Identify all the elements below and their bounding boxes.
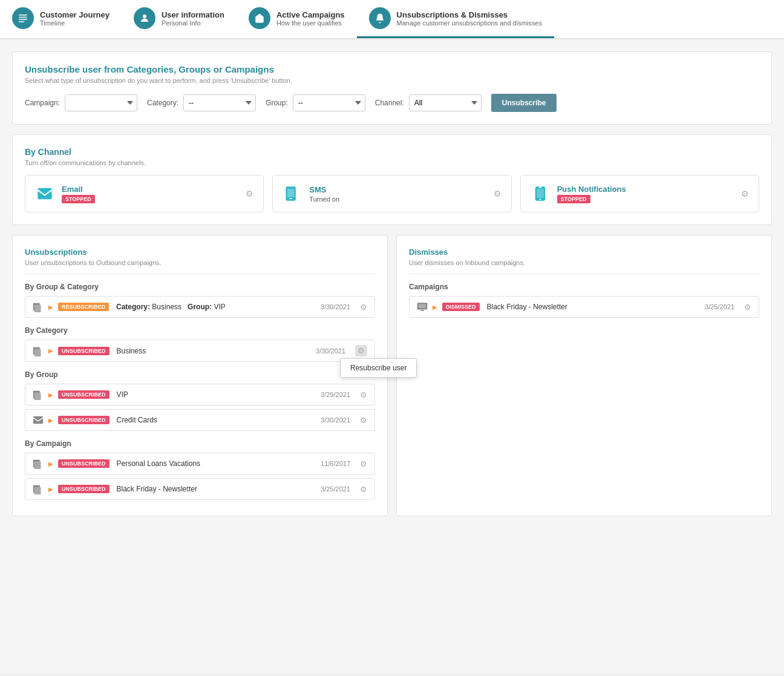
two-col-section: Unsubscriptions User unsubscriptions to … bbox=[12, 235, 772, 526]
email-small-icon bbox=[33, 415, 44, 425]
dismiss-gear-button[interactable]: ⚙ bbox=[744, 303, 751, 312]
bfn-gear-button[interactable]: ⚙ bbox=[360, 485, 367, 494]
dismissed-badge: DISMISSED bbox=[442, 303, 480, 311]
sms-gear-button[interactable]: ⚙ bbox=[494, 189, 501, 199]
sms-icon bbox=[283, 184, 302, 203]
cc-gear-button[interactable]: ⚙ bbox=[360, 416, 367, 425]
business-detail: Business bbox=[117, 347, 146, 355]
cc-detail: Credit Cards bbox=[117, 416, 157, 424]
unsubscribed-badge-bfn: UNSUBSCRIBED bbox=[58, 485, 109, 493]
userinfo-tab-icon bbox=[134, 7, 155, 29]
category-detail: Category: Business Group: VIP bbox=[116, 303, 226, 311]
item-gear-button[interactable]: ⚙ bbox=[360, 303, 367, 312]
multi-channel-icon-4 bbox=[33, 458, 44, 469]
svg-rect-16 bbox=[34, 349, 41, 356]
bfn-detail: Black Friday - Newsletter bbox=[117, 485, 197, 493]
sms-status: Turned on bbox=[309, 195, 339, 203]
unsub-tab-icon bbox=[369, 7, 391, 29]
group-label: Group: bbox=[266, 99, 288, 107]
tab-userinfo-sub: Personal Info bbox=[162, 19, 224, 27]
tab-campaigns[interactable]: Active Campaigns How the user qualifies bbox=[237, 0, 357, 38]
unsubscribe-sub: Select what type of unsubscription do yo… bbox=[25, 77, 759, 84]
filter-campaign: Campaign: bbox=[25, 94, 137, 111]
category-gear-button[interactable]: ⚙ bbox=[355, 345, 367, 356]
arrow-icon-6: ▶ bbox=[48, 486, 53, 493]
by-channel-card: By Channel Turn off/on communications by… bbox=[12, 134, 772, 225]
filter-group: Group: -- bbox=[266, 94, 365, 111]
email-icon bbox=[35, 184, 54, 203]
channel-card-email: Email STOPPED ⚙ bbox=[25, 175, 264, 212]
vip-date: 3/29/2021 bbox=[321, 391, 350, 398]
resubscribed-badge: RESUBSCRIBED bbox=[58, 303, 109, 311]
unsubscribed-badge-plv: UNSUBSCRIBED bbox=[58, 459, 109, 468]
cc-date: 3/30/2021 bbox=[321, 416, 350, 424]
by-channel-title: By Channel bbox=[25, 147, 759, 157]
svg-point-11 bbox=[539, 199, 540, 200]
dismisses-title: Dismisses bbox=[409, 248, 759, 257]
tab-unsub-title: Unsubscriptions & Dismisses bbox=[397, 10, 542, 19]
resubscribe-tooltip[interactable]: Resubscribe user bbox=[340, 358, 417, 378]
svg-rect-14 bbox=[34, 304, 41, 312]
campaign-label: Campaign: bbox=[25, 99, 60, 107]
multi-channel-icon-2 bbox=[33, 346, 44, 356]
tab-campaigns-title: Active Campaigns bbox=[276, 10, 345, 19]
plv-date: 11/6/2017 bbox=[321, 460, 350, 467]
push-icon bbox=[531, 184, 550, 203]
email-channel-name: Email bbox=[62, 185, 95, 194]
svg-rect-7 bbox=[287, 189, 295, 197]
multi-channel-icon-5 bbox=[33, 484, 44, 494]
dismiss-date: 3/25/2021 bbox=[705, 303, 734, 310]
email-status-badge: STOPPED bbox=[62, 195, 95, 203]
item-date: 3/30/2021 bbox=[321, 303, 350, 310]
arrow-icon-2: ▶ bbox=[48, 347, 53, 354]
by-category-date: 3/30/2021 bbox=[316, 347, 345, 355]
email-gear-button[interactable]: ⚙ bbox=[246, 189, 253, 199]
unsubscriptions-col: Unsubscriptions User unsubscriptions to … bbox=[12, 235, 388, 516]
multi-channel-icon bbox=[33, 301, 44, 312]
desktop-icon bbox=[417, 301, 428, 312]
arrow-icon: ▶ bbox=[48, 304, 53, 310]
category-select[interactable]: -- bbox=[183, 94, 256, 111]
svg-rect-2 bbox=[19, 19, 27, 21]
campaigns-dismiss-label: Campaigns bbox=[409, 283, 759, 291]
arrow-icon-4: ▶ bbox=[48, 417, 53, 424]
tab-campaigns-sub: How the user qualifies bbox=[276, 19, 345, 27]
channel-card-sms: SMS Turned on ⚙ bbox=[272, 175, 511, 212]
campaign-select[interactable] bbox=[65, 94, 137, 111]
tab-unsub-sub: Manage customer unsubscriptions and dism… bbox=[397, 19, 542, 27]
svg-rect-26 bbox=[420, 310, 424, 311]
channel-card-push: Push Notifications STOPPED ⚙ bbox=[520, 175, 759, 212]
svg-rect-25 bbox=[419, 304, 426, 309]
tab-journey-title: Customer Journey bbox=[40, 10, 109, 19]
dismiss-detail: Black Friday - Newsletter bbox=[487, 303, 567, 311]
main-content: Unsubscribe user from Categories, Groups… bbox=[0, 39, 784, 673]
filter-row: Campaign: Category: -- Group: -- Channel… bbox=[25, 94, 759, 112]
tab-journey[interactable]: Customer Journey Timeline bbox=[0, 0, 122, 38]
svg-rect-1 bbox=[19, 17, 27, 18]
push-gear-button[interactable]: ⚙ bbox=[741, 189, 749, 199]
tab-unsub[interactable]: Unsubscriptions & Dismisses Manage custo… bbox=[357, 0, 554, 38]
by-category-label: By Category bbox=[25, 326, 375, 335]
by-campaign-item-bfn: ▶ UNSUBSCRIBED Black Friday - Newsletter… bbox=[25, 478, 375, 500]
svg-rect-21 bbox=[34, 461, 41, 469]
plv-detail: Personal Loans Vacations bbox=[117, 459, 201, 468]
unsubscribe-button[interactable]: Unsubscribe bbox=[491, 94, 557, 112]
plv-gear-button[interactable]: ⚙ bbox=[360, 459, 367, 468]
arrow-icon-5: ▶ bbox=[48, 461, 53, 467]
journey-tab-icon bbox=[12, 7, 34, 29]
sms-channel-name: SMS bbox=[309, 185, 339, 194]
push-channel-name: Push Notifications bbox=[557, 185, 626, 194]
tab-userinfo[interactable]: User information Personal Info bbox=[122, 0, 237, 38]
push-status-badge: STOPPED bbox=[557, 195, 590, 203]
svg-rect-18 bbox=[34, 392, 41, 400]
channel-cards: Email STOPPED ⚙ SMS Turned on ⚙ bbox=[25, 175, 759, 212]
vip-gear-button[interactable]: ⚙ bbox=[360, 390, 367, 399]
channel-select[interactable]: All bbox=[409, 94, 482, 111]
group-select[interactable]: -- bbox=[293, 94, 365, 111]
svg-rect-5 bbox=[38, 188, 51, 200]
by-group-item-cc: ▶ UNSUBSCRIBED Credit Cards 3/30/2021 ⚙ bbox=[25, 409, 375, 431]
by-channel-sub: Turn off/on communications by channels. bbox=[25, 159, 759, 166]
filter-category: Category: -- bbox=[147, 94, 256, 111]
vip-detail: VIP bbox=[117, 390, 128, 399]
dismisses-col: Dismisses User dismisses on Inbound camp… bbox=[396, 235, 772, 516]
